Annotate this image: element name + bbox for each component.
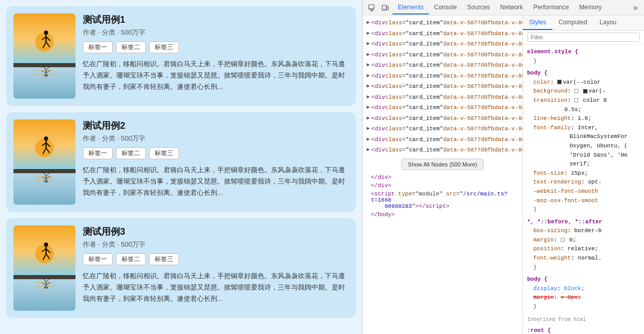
dom-node[interactable]: ▶ <div class="card_item" data-v-5877d0fb… [363,102,522,113]
dom-panel[interactable]: ▶ <div class="card_item" data-v-5877d0fb… [363,16,523,334]
tag[interactable]: 标签二 [116,253,146,265]
tag[interactable]: 标签一 [83,253,113,265]
body-rule-1-closing: } [533,205,640,215]
subtab-computed[interactable]: Computed [552,16,593,30]
card-title-3: 测试用例3 [83,225,349,238]
root-selector: :root { [527,327,551,333]
card-content-2: 测试用例2作者 · 分类 · 500万字标签一标签二标签三忆在广陵初，移船问相识… [83,119,349,199]
inherited-label: Inherited from html [527,316,640,324]
dom-node[interactable]: ▶ <div class="card_item" data-v-5877d0fb… [363,28,522,39]
dom-node[interactable]: ▶ <div class="card_item" data-v-5877d0fb… [363,18,522,28]
card-1: 测试用例1作者 · 分类 · 500万字标签一标签二标签三忆在广陵初，移船问相识… [6,6,356,106]
card-meta-3: 作者 · 分类 · 500万字 [83,240,349,249]
css-prop-textrendering: text-rendering: opt- [533,178,640,187]
svg-rect-6 [13,63,76,67]
dom-node[interactable]: ▶ <div class="card_item" data-v-5877d0fb… [363,81,522,92]
devtools-topbar: Elements Console Sources Network Perform… [363,0,644,16]
css-prop-moz: -moz-osx-font-smoot [533,196,640,206]
css-font-3: 'Droid Sans', 'He [533,151,640,160]
css-prop-margin0: margin: 0; [533,236,640,245]
dom-node[interactable]: ▶ <div class="card_item" data-v-5877d0fb… [363,134,522,145]
tab-console[interactable]: Console [429,1,462,14]
svg-rect-44 [13,275,76,279]
devtools-tabs: Elements Console Sources Network Perform… [393,1,629,14]
tag[interactable]: 标签一 [83,41,113,53]
dom-node[interactable]: ▶ <div class="card_item" data-v-5877d0fb… [363,124,522,134]
styles-filter-area [523,31,644,44]
dom-node[interactable]: ▶ <div class="card_item" data-v-5877d0fb… [363,145,522,156]
element-style-selector: element.style { [527,49,578,55]
card-tags-1: 标签一标签二标签三 [83,41,349,53]
dom-node[interactable]: ▶ <div class="card_item" data-v-5877d0fb… [363,50,522,60]
tab-memory[interactable]: Memory [574,1,607,14]
tab-performance[interactable]: Performance [528,1,574,14]
element-style-closing: } [533,58,537,64]
more-tabs-icon[interactable]: » [630,3,641,12]
tab-network[interactable]: Network [495,1,528,14]
styles-subtabs: Styles Computed Layou [523,16,644,31]
card-content-3: 测试用例3作者 · 分类 · 500万字标签一标签二标签三忆在广陵初，移船问相识… [83,225,349,305]
svg-point-26 [44,136,48,141]
body-rule-1: body { color: var(--color background: va… [527,69,640,215]
card-content-1: 测试用例1作者 · 分类 · 500万字标签一标签二标签三忆在广陵初，移船问相识… [83,13,349,93]
subtab-layout[interactable]: Layou [593,16,623,30]
dom-node[interactable]: ▶ <div class="card_item" data-v-5877d0fb… [363,39,522,50]
css-prop-display: display: block; [533,284,640,294]
body-rule-2: body { display: block; margin: » 8px; } [527,275,640,311]
pseudo-closing: } [533,263,640,272]
card-desc-3: 忆在广陵初，移船问相识。君骑白马天上来，手把铜章好颜色。东风袅袅吹落花，下马遵予… [83,270,349,305]
tag[interactable]: 标签二 [116,41,146,53]
css-prop-fontsize: font-size: 15px; [533,169,640,178]
tag[interactable]: 标签三 [149,41,179,53]
css-prop-background: background: var(– [533,87,640,96]
body-selector-1: body { [527,70,548,76]
svg-rect-25 [13,169,76,173]
tag[interactable]: 标签三 [149,147,179,159]
inspect-icon[interactable] [366,2,378,14]
dom-closing-div: </div> [363,173,522,181]
card-desc-1: 忆在广陵初，移船问相识。君骑白马天上来，手把铜章好颜色。东风袅袅吹落花，下马遵予… [83,58,349,93]
pseudo-rule: *, *::before, *::after box-sizing: borde… [527,218,640,272]
tag[interactable]: 标签二 [116,147,146,159]
card-tags-3: 标签一标签二标签三 [83,253,349,265]
root-rule: :root { --jtext-color-brand- --jtext-col… [527,326,640,334]
element-style-rule: element.style { } [527,48,640,66]
svg-point-13 [44,74,48,77]
card-meta-1: 作者 · 分类 · 500万字 [83,28,349,37]
card-list: 测试用例1作者 · 分类 · 500万字标签一标签二标签三忆在广陵初，移船问相识… [0,0,362,334]
card-meta-2: 作者 · 分类 · 500万字 [83,134,349,143]
tag[interactable]: 标签三 [149,253,179,265]
css-prop-position: position: relative; [533,245,640,254]
dom-node[interactable]: ▶ <div class="card_item" data-v-5877d0fb… [363,60,522,71]
card-image-2 [13,119,76,205]
card-3: 测试用例3作者 · 分类 · 500万字标签一标签二标签三忆在广陵初，移船问相识… [6,218,356,318]
styles-filter-input[interactable] [527,33,640,42]
subtab-styles[interactable]: Styles [523,16,552,30]
css-prop-boxsizing: box-sizing: border-b [533,226,640,236]
device-icon[interactable] [379,2,392,14]
svg-point-51 [44,286,48,289]
css-prop-transition: transition: color 0 [533,96,640,105]
card-desc-2: 忆在广陵初，移船问相识。君骑白马天上来，手把铜章好颜色。东风袅袅吹落花，下马遵予… [83,164,349,199]
css-prop-webkit: -webkit-font-smooth [533,187,640,196]
svg-rect-57 [369,5,374,9]
dom-node[interactable]: ▶ <div class="card_item" data-v-5877d0fb… [363,92,522,103]
show-all-nodes-button[interactable]: Show All Nodes (500 More) [401,159,484,170]
styles-panel: Styles Computed Layou element.style { } … [523,16,644,334]
card-title-1: 测试用例1 [83,13,349,26]
svg-point-20 [35,139,54,157]
css-prop-fontweight: font-weight: normal. [533,254,640,263]
tab-sources[interactable]: Sources [462,1,495,14]
devtools-panel: Elements Console Sources Network Perform… [362,0,644,334]
tab-elements[interactable]: Elements [393,1,429,14]
body-rule-2-closing: } [533,302,640,312]
css-prop-color: color: var(--color [533,78,640,87]
dom-node[interactable]: ▶ <div class="card_item" data-v-5877d0fb… [363,113,522,124]
css-prop-margin8: margin: » 8px; [533,293,640,302]
tag[interactable]: 标签一 [83,147,113,159]
dom-closing-div-2: </div> [363,181,522,190]
dom-body-close: </body> [363,210,522,219]
css-font-4: serif; [533,160,640,169]
dom-node[interactable]: ▶ <div class="card_item" data-v-5877d0fb… [363,71,522,82]
card-tags-2: 标签一标签二标签三 [83,147,349,159]
